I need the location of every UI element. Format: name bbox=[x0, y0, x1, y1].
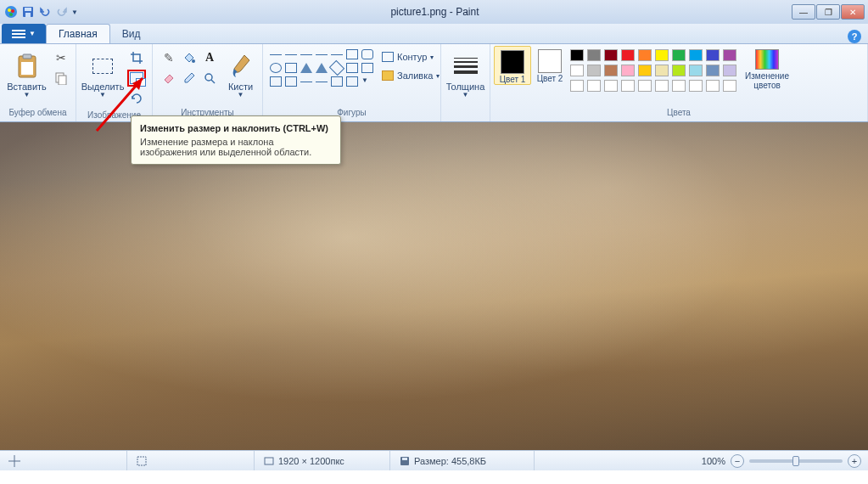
copy-icon[interactable] bbox=[52, 70, 70, 87]
status-selection-size bbox=[127, 451, 255, 470]
palette-swatch[interactable] bbox=[570, 49, 584, 61]
clipboard-icon bbox=[14, 53, 41, 80]
brush-icon bbox=[227, 53, 255, 80]
group-thickness: Толщина ▼ bbox=[441, 44, 490, 121]
palette-empty[interactable] bbox=[570, 80, 584, 92]
color2-button[interactable]: Цвет 2 bbox=[531, 46, 568, 83]
zoom-text: 100% bbox=[702, 456, 725, 466]
svg-rect-5 bbox=[25, 8, 31, 11]
palette-swatch[interactable] bbox=[672, 49, 686, 61]
fill-button[interactable]: Заливка▾ bbox=[378, 66, 443, 85]
zoom-controls: 100% − + bbox=[695, 454, 868, 468]
palette-empty[interactable] bbox=[689, 80, 703, 92]
palette-empty[interactable] bbox=[672, 80, 686, 92]
palette-empty[interactable] bbox=[604, 80, 618, 92]
select-button[interactable]: Выделить ▼ bbox=[80, 46, 126, 105]
file-menu-button[interactable]: ▼ bbox=[2, 24, 46, 43]
palette-swatch[interactable] bbox=[689, 49, 703, 61]
redo-icon[interactable] bbox=[54, 4, 70, 20]
tab-view[interactable]: Вид bbox=[110, 24, 153, 43]
thickness-button[interactable]: Толщина ▼ bbox=[445, 46, 486, 105]
svg-rect-20 bbox=[402, 458, 407, 460]
eraser-icon[interactable] bbox=[160, 70, 178, 87]
palette-empty[interactable] bbox=[655, 80, 669, 92]
help-icon[interactable]: ? bbox=[848, 30, 861, 43]
palette-empty[interactable] bbox=[587, 80, 601, 92]
disk-icon bbox=[399, 455, 411, 467]
palette-swatch[interactable] bbox=[587, 49, 601, 61]
shapes-gallery[interactable]: ▼ bbox=[266, 46, 378, 92]
palette-empty[interactable] bbox=[706, 80, 720, 92]
status-cursor-position bbox=[0, 451, 127, 470]
svg-rect-18 bbox=[265, 458, 273, 464]
resize-icon bbox=[130, 72, 143, 84]
fill-icon[interactable] bbox=[180, 49, 199, 66]
magnifier-icon[interactable] bbox=[200, 70, 219, 87]
palette-empty[interactable] bbox=[621, 80, 635, 92]
minimize-button[interactable]: — bbox=[792, 4, 815, 20]
palette-swatch[interactable] bbox=[587, 65, 601, 76]
qat-dropdown-icon[interactable]: ▼ bbox=[71, 8, 78, 16]
palette-swatch[interactable] bbox=[706, 65, 720, 76]
window-controls: — ❐ ✕ bbox=[792, 4, 865, 20]
ribbon: Вставить ▼ ✂ Буфер обмена Выделить ▼ bbox=[0, 44, 868, 122]
svg-point-3 bbox=[9, 13, 13, 16]
palette-swatch[interactable] bbox=[672, 65, 686, 76]
palette-swatch[interactable] bbox=[638, 49, 652, 61]
color2-label: Цвет 2 bbox=[537, 75, 563, 83]
title-bar: ▼ picture1.png - Paint — ❐ ✕ bbox=[0, 0, 868, 24]
palette-swatch[interactable] bbox=[621, 49, 635, 61]
pencil-icon[interactable]: ✎ bbox=[160, 49, 178, 66]
edit-colors-button[interactable]: Изменение цветов bbox=[740, 46, 794, 90]
color1-button[interactable]: Цвет 1 bbox=[494, 46, 531, 85]
palette-empty[interactable] bbox=[638, 80, 652, 92]
palette-swatch[interactable] bbox=[570, 65, 584, 76]
tab-home[interactable]: Главная bbox=[46, 24, 110, 43]
palette-swatch[interactable] bbox=[706, 49, 720, 61]
zoom-thumb[interactable] bbox=[792, 456, 799, 466]
palette-swatch[interactable] bbox=[621, 65, 635, 76]
outline-label: Контур bbox=[397, 52, 427, 62]
palette-swatch[interactable] bbox=[655, 65, 669, 76]
chevron-down-icon: ▼ bbox=[462, 92, 469, 99]
palette-swatch[interactable] bbox=[638, 65, 652, 76]
canvas[interactable] bbox=[0, 122, 868, 450]
maximize-button[interactable]: ❐ bbox=[816, 4, 840, 20]
palette-swatch[interactable] bbox=[604, 49, 618, 61]
selection-size-icon bbox=[136, 455, 148, 467]
close-button[interactable]: ✕ bbox=[841, 4, 865, 20]
undo-icon[interactable] bbox=[37, 4, 53, 20]
thickness-label: Толщина bbox=[446, 82, 485, 92]
filesize-text: Размер: 455,8КБ bbox=[414, 456, 486, 466]
zoom-in-button[interactable]: + bbox=[848, 454, 861, 468]
palette-swatch[interactable] bbox=[723, 65, 736, 76]
outline-button[interactable]: Контур▾ bbox=[378, 48, 443, 66]
text-icon[interactable]: A bbox=[200, 49, 219, 66]
paste-label: Вставить bbox=[7, 82, 47, 92]
select-icon bbox=[89, 53, 116, 80]
resize-button[interactable] bbox=[127, 70, 146, 87]
svg-rect-6 bbox=[25, 13, 31, 17]
status-bar: 1920 × 1200пкс Размер: 455,8КБ 100% − + bbox=[0, 450, 868, 470]
color-picker-icon[interactable] bbox=[180, 70, 199, 87]
svg-rect-11 bbox=[59, 76, 66, 85]
palette-swatch[interactable] bbox=[689, 65, 703, 76]
svg-point-1 bbox=[8, 8, 11, 12]
palette-swatch[interactable] bbox=[723, 49, 736, 61]
zoom-slider[interactable] bbox=[749, 459, 843, 463]
cut-icon[interactable]: ✂ bbox=[52, 49, 70, 66]
paste-button[interactable]: Вставить ▼ bbox=[3, 46, 50, 105]
crop-icon[interactable] bbox=[127, 49, 146, 66]
palette-empty[interactable] bbox=[723, 80, 736, 92]
rotate-icon[interactable] bbox=[127, 90, 146, 107]
status-file-size: Размер: 455,8КБ bbox=[390, 451, 535, 470]
palette-swatch[interactable] bbox=[604, 65, 618, 76]
rainbow-icon bbox=[755, 49, 779, 70]
brushes-button[interactable]: Кисти ▼ bbox=[222, 46, 259, 105]
group-image: Выделить ▼ Изображение bbox=[76, 44, 153, 121]
select-label: Выделить bbox=[81, 82, 125, 92]
zoom-out-button[interactable]: − bbox=[731, 454, 744, 468]
palette-swatch[interactable] bbox=[655, 49, 669, 61]
group-colors-label: Цвета bbox=[494, 108, 864, 121]
save-icon[interactable] bbox=[20, 4, 36, 20]
